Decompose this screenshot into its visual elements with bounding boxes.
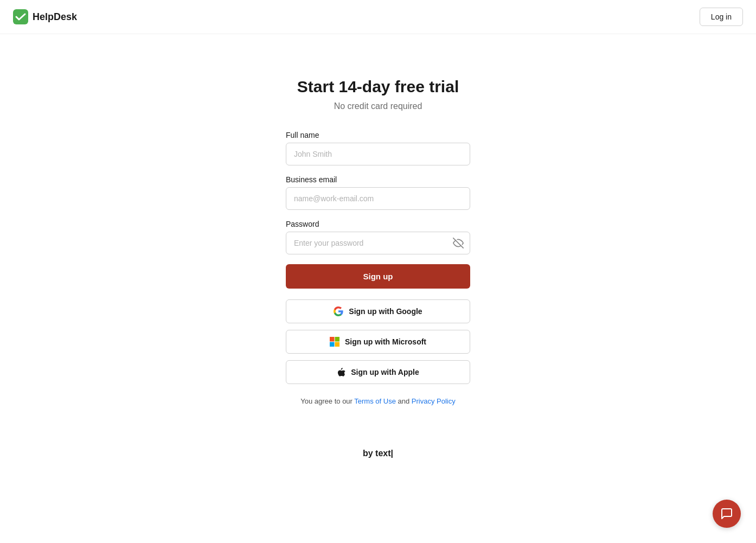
signup-form: Full name Business email Password bbox=[286, 131, 470, 299]
footer-brand-text: by text| bbox=[363, 449, 393, 458]
main-content: Start 14-day free trial No credit card r… bbox=[0, 34, 756, 405]
footer-brand: by text| bbox=[0, 449, 756, 458]
password-wrapper bbox=[286, 232, 470, 254]
email-label: Business email bbox=[286, 175, 470, 184]
signup-apple-button[interactable]: Sign up with Apple bbox=[286, 360, 470, 384]
login-button[interactable]: Log in bbox=[700, 8, 743, 26]
password-field-group: Password bbox=[286, 220, 470, 254]
terms-middle: and bbox=[396, 397, 412, 405]
svg-rect-5 bbox=[335, 342, 339, 347]
svg-rect-4 bbox=[330, 342, 335, 347]
terms-of-use-link[interactable]: Terms of Use bbox=[354, 397, 396, 405]
svg-rect-0 bbox=[13, 9, 28, 24]
page-title: Start 14-day free trial bbox=[297, 78, 459, 96]
svg-rect-3 bbox=[335, 337, 339, 342]
terms-text: You agree to our Terms of Use and Privac… bbox=[300, 397, 455, 405]
signup-google-button[interactable]: Sign up with Google bbox=[286, 299, 470, 323]
toggle-password-visibility-button[interactable] bbox=[453, 238, 464, 248]
page-subtitle: No credit card required bbox=[334, 101, 422, 111]
full-name-input[interactable] bbox=[286, 143, 470, 165]
svg-rect-2 bbox=[330, 337, 335, 342]
chat-icon bbox=[720, 507, 733, 520]
signup-microsoft-button[interactable]: Sign up with Microsoft bbox=[286, 330, 470, 354]
header: HelpDesk Log in bbox=[0, 0, 756, 34]
signup-apple-label: Sign up with Apple bbox=[351, 368, 419, 376]
logo-text: HelpDesk bbox=[33, 11, 77, 23]
signup-button[interactable]: Sign up bbox=[286, 264, 470, 289]
password-input[interactable] bbox=[286, 232, 470, 254]
password-label: Password bbox=[286, 220, 470, 228]
logo-area: HelpDesk bbox=[13, 9, 77, 24]
signup-microsoft-label: Sign up with Microsoft bbox=[345, 337, 426, 346]
apple-icon bbox=[337, 367, 345, 377]
social-signup-buttons: Sign up with Google Sign up with Microso… bbox=[286, 299, 470, 384]
signup-google-label: Sign up with Google bbox=[349, 307, 422, 316]
eye-slash-icon bbox=[453, 238, 464, 248]
helpdesk-logo-icon bbox=[13, 9, 28, 24]
full-name-field-group: Full name bbox=[286, 131, 470, 165]
email-input[interactable] bbox=[286, 187, 470, 210]
email-field-group: Business email bbox=[286, 175, 470, 210]
terms-prefix: You agree to our bbox=[300, 397, 354, 405]
full-name-label: Full name bbox=[286, 131, 470, 139]
google-icon bbox=[334, 306, 343, 316]
privacy-policy-link[interactable]: Privacy Policy bbox=[412, 397, 456, 405]
microsoft-icon bbox=[330, 337, 339, 347]
chat-button[interactable] bbox=[713, 500, 741, 528]
